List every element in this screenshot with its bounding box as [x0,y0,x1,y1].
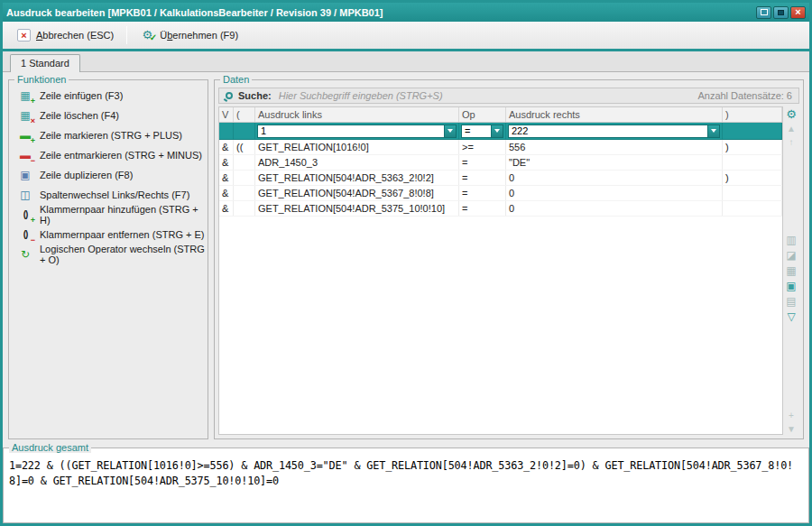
window-controls: × [756,6,806,19]
function-label: Klammernpaar hinzufügen (STRG + H) [40,204,205,226]
column-header-close-paren[interactable]: ) [723,107,782,122]
daten-legend: Daten [220,74,252,85]
grid-side-toolbar: ⚙ ▲ ↑ ▥ ◪ ▦ ▣ ▤ ▽ + ▼ [783,106,799,435]
function-zeile-entmarkieren[interactable]: ▬− Zeile entmarkieren (STRG + MINUS) [12,145,205,165]
cell-ausdruck-rechts: 0 [506,186,723,200]
titlebar[interactable]: Ausdruck bearbeiten [MPKB01 / Kalkulatio… [3,3,809,22]
window: Ausdruck bearbeiten [MPKB01 / Kalkulatio… [0,0,812,526]
cell-op [459,123,506,139]
table-row[interactable]: & GET_RELATION[504!ADR_5363_2!0!2] = 0 ) [219,171,782,186]
close-button[interactable]: × [790,6,806,19]
column-header-ausdruck-rechts[interactable]: Ausdruck rechts [506,107,723,122]
parens-remove-icon: ()− [18,228,32,241]
cell-close-paren [723,186,782,200]
function-label: Zeile markieren (STRG + PLUS) [40,130,182,141]
dropdown-icon[interactable] [707,125,719,137]
function-klammernpaar-entfernen[interactable]: ()− Klammernpaar entfernen (STRG + E) [12,225,205,245]
row-unmark-icon: ▬− [18,149,32,161]
main-content: Funktionen ▦+ Zeile einfügen (F3) ▦× Zei… [3,72,809,442]
abbrechen-label: Abbrechen (ESC) [36,30,114,41]
funktionen-legend: Funktionen [14,74,69,85]
cell-open-paren: (( [234,140,255,154]
maximize-button[interactable] [773,6,789,19]
table-row-selected[interactable] [219,123,782,140]
cell-verknuepfung: & [219,201,234,216]
cell-ausdruck-rechts: "DE" [506,155,723,170]
scroll-top-icon[interactable]: ↑ [789,137,794,147]
add-row-icon[interactable]: + [789,411,794,420]
column-settings-icon[interactable]: ⚙ [786,108,797,120]
row-duplicate-icon: ▣ [18,169,32,181]
cell-close-paren [723,155,782,170]
cell-close-paren: ) [723,140,782,154]
cell-close-paren [723,201,782,216]
cell-op: = [459,201,506,216]
table-row[interactable]: & GET_RELATION[504!ADR_5375_10!0!10] = 0 [219,201,782,217]
table-layout-icon[interactable]: ▤ [786,296,796,308]
apply-icon: ⚙✓ [140,29,154,42]
abbrechen-button[interactable]: × Abbrechen (ESC) [8,25,123,45]
cell-verknuepfung: & [219,186,234,200]
dropdown-icon[interactable] [444,125,456,137]
function-zeile-duplizieren[interactable]: ▣ Zeile duplizieren (F8) [12,165,205,185]
function-zeile-einfuegen[interactable]: ▦+ Zeile einfügen (F3) [12,86,205,106]
restore-button[interactable] [756,6,771,19]
scroll-up-icon[interactable]: ▲ [787,124,796,134]
record-count-label: Anzahl Datensätze: 6 [697,90,792,101]
uebernehmen-label: Übernehmen (F9) [160,30,238,41]
cell-ausdruck-rechts [506,123,723,139]
window-title: Ausdruck bearbeiten [MPKB01 / Kalkulatio… [6,7,756,18]
table-row[interactable]: & ADR_1450_3 = "DE" [219,155,782,171]
toolbar-separator [126,26,127,44]
cell-ausdruck-rechts: 0 [506,201,723,216]
dropdown-icon[interactable] [491,125,503,137]
function-label: Zeile einfügen (F3) [40,90,123,101]
restore-icon [761,9,768,15]
data-grid: V ( Ausdruck links Op Ausdruck rechts ) [218,106,783,435]
uebernehmen-button[interactable]: ⚙✓ Übernehmen (F9) [131,25,247,45]
op-combobox [461,125,503,138]
function-label: Logischen Operator wechseln (STRG + O) [40,244,205,265]
cell-ausdruck-links [255,123,459,139]
column-header-ausdruck-links[interactable]: Ausdruck links [255,107,459,122]
search-bar: Suche: Anzahl Datensätze: 6 [218,88,799,104]
column-header-verknuepfung[interactable]: V [219,107,234,122]
client-area: × Abbrechen (ESC) ⚙✓ Übernehmen (F9) 1 S… [3,22,809,523]
cell-verknuepfung: & [219,140,234,154]
op-input[interactable] [462,125,491,137]
cell-ausdruck-links: GET_RELATION[504!ADR_5363_2!0!2] [255,171,459,185]
cell-close-paren: ) [723,171,782,185]
function-label: Zeile entmarkieren (STRG + MINUS) [40,150,202,161]
cell-verknuepfung [219,123,234,139]
cell-op: >= [459,140,506,154]
rechts-input[interactable] [509,125,707,137]
cancel-icon: × [17,29,31,42]
chart-icon[interactable]: ◪ [786,250,796,262]
function-zeile-loeschen[interactable]: ▦× Zeile löschen (F4) [12,106,205,125]
tab-bar: 1 Standard [3,51,809,72]
function-label: Zeile löschen (F4) [40,110,119,121]
function-logischer-operator[interactable]: ↻ Logischen Operator wechseln (STRG + O) [12,245,205,264]
tab-standard[interactable]: 1 Standard [10,54,80,72]
scroll-bottom-icon[interactable]: ▼ [787,424,796,434]
search-input[interactable] [277,89,693,102]
table-row[interactable]: & GET_RELATION[504!ADR_5367_8!0!8] = 0 [219,186,782,201]
grid-header: V ( Ausdruck links Op Ausdruck rechts ) [219,107,782,123]
column-switch-icon: ◫ [18,189,32,201]
cell-verknuepfung: & [219,171,234,185]
cell-open-paren [234,123,255,139]
filter-icon[interactable]: ▽ [787,311,795,323]
function-klammernpaar-hinzufuegen[interactable]: ()+ Klammernpaar hinzufügen (STRG + H) [12,205,205,225]
links-input[interactable] [258,125,444,137]
daten-panel: Daten Suche: Anzahl Datensätze: 6 V ( Au… [214,74,804,439]
save-layout-icon[interactable]: ▣ [786,281,796,292]
export-icon[interactable]: ▥ [786,235,796,246]
function-spaltenwechsel[interactable]: ◫ Spaltenwechsel Links/Rechts (F7) [12,185,205,205]
function-zeile-markieren[interactable]: ▬+ Zeile markieren (STRG + PLUS) [12,125,205,145]
grid-view-icon[interactable]: ▦ [786,265,796,277]
cell-close-paren [723,123,782,139]
maximize-icon [778,10,784,15]
table-row[interactable]: & (( GET_RELATION[1016!0] >= 556 ) [219,140,782,155]
column-header-open-paren[interactable]: ( [234,107,255,122]
column-header-op[interactable]: Op [459,107,506,122]
